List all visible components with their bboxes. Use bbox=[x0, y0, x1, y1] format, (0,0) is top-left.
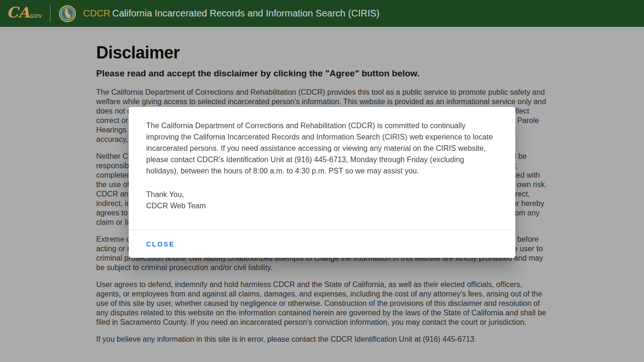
ca-gov-logo-text: CA bbox=[7, 6, 30, 18]
dialog-message: The California Department of Corrections… bbox=[146, 120, 494, 177]
dialog-footer: CLOSE bbox=[129, 230, 515, 258]
ca-gov-logo[interactable]: CA.GOV bbox=[7, 6, 42, 20]
site-title-text: California Incarcerated Records and Info… bbox=[112, 8, 380, 18]
assistance-dialog: The California Department of Corrections… bbox=[129, 107, 515, 258]
site-title-brand: CDCR bbox=[83, 8, 110, 18]
site-title: CDCRCalifornia Incarcerated Records and … bbox=[83, 8, 380, 19]
dialog-signoff-line2: CDCR Web Team bbox=[146, 200, 494, 212]
header-divider bbox=[50, 5, 50, 23]
cdcr-seal-icon bbox=[58, 5, 76, 23]
dialog-signoff-line1: Thank You, bbox=[146, 189, 494, 200]
close-button[interactable]: CLOSE bbox=[146, 237, 180, 252]
ca-gov-logo-suffix: .GOV bbox=[28, 14, 42, 19]
app-header: CA.GOV CDCRCalifornia Incarcerated Recor… bbox=[0, 0, 644, 27]
